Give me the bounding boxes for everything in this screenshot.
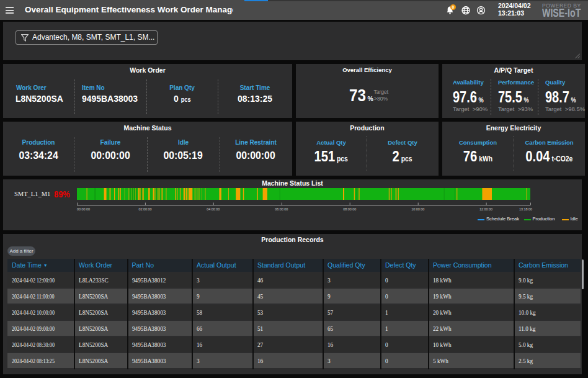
svg-text:08:00:00: 08:00:00 — [343, 207, 356, 211]
svg-text:00:00:00: 00:00:00 — [77, 207, 90, 211]
svg-text:06:00:00: 06:00:00 — [275, 207, 288, 211]
svg-text:12:00:00: 12:00:00 — [479, 207, 492, 211]
svg-text:10:00:00: 10:00:00 — [411, 207, 424, 211]
svg-text:02:00:00: 02:00:00 — [138, 207, 151, 211]
svg-text:13:18:00: 13:18:00 — [519, 207, 532, 211]
svg-text:04:00:00: 04:00:00 — [207, 207, 220, 211]
